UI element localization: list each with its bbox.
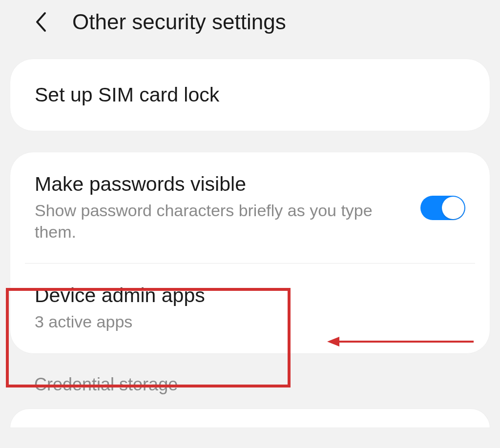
passwords-visible-label: Make passwords visible <box>35 173 420 196</box>
header: Other security settings <box>0 0 500 59</box>
device-admin-apps-item[interactable]: Device admin apps 3 active apps <box>10 264 490 353</box>
page-title: Other security settings <box>72 10 286 34</box>
sim-card-lock-label: Set up SIM card lock <box>35 83 465 106</box>
sim-card-lock-item[interactable]: Set up SIM card lock <box>10 59 490 131</box>
back-icon[interactable] <box>34 10 48 34</box>
credential-storage-card <box>10 408 490 428</box>
security-settings-card: Make passwords visible Show password cha… <box>10 152 490 354</box>
credential-storage-header: Credential storage <box>10 374 490 395</box>
device-admin-apps-subtitle: 3 active apps <box>35 311 376 332</box>
passwords-visible-item[interactable]: Make passwords visible Show password cha… <box>10 152 490 263</box>
toggle-knob <box>442 197 464 219</box>
passwords-visible-toggle[interactable] <box>420 196 465 220</box>
sim-card-lock-card: Set up SIM card lock <box>10 59 490 131</box>
passwords-visible-subtitle: Show password characters briefly as you … <box>35 200 376 243</box>
device-admin-apps-label: Device admin apps <box>35 284 465 307</box>
